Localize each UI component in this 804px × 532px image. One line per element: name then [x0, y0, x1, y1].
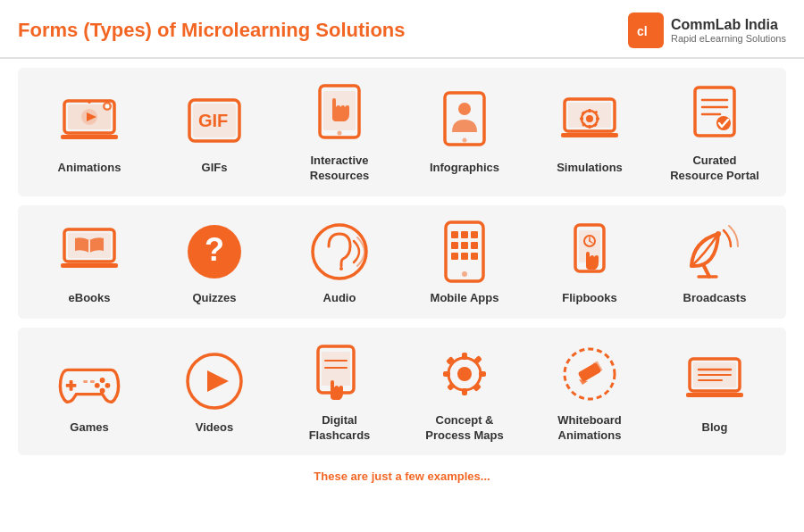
svg-text:GIF: GIF: [198, 111, 228, 130]
item-animations[interactable]: Animations: [36, 89, 143, 176]
svg-marker-72: [207, 370, 229, 392]
concept-label: Concept & Process Maps: [425, 413, 503, 444]
svg-rect-25: [580, 118, 583, 121]
interactive-label: Interactive Resources: [310, 154, 369, 184]
videos-label: Videos: [196, 420, 233, 436]
simulations-label: Simulations: [557, 161, 623, 176]
svg-rect-81: [443, 371, 450, 377]
logo-text: CommLab India Rapid eLearning Solutions: [671, 17, 786, 44]
simulations-icon: [557, 89, 622, 154]
svg-rect-38: [61, 263, 118, 268]
svg-rect-92: [686, 393, 743, 397]
item-videos[interactable]: Videos: [161, 349, 268, 436]
svg-rect-51: [451, 253, 458, 260]
curated-icon: [683, 82, 747, 146]
gifs-label: GIFs: [202, 161, 228, 176]
svg-point-8: [105, 104, 110, 109]
whiteboard-icon: [557, 342, 622, 406]
svg-rect-23: [589, 109, 591, 112]
svg-point-78: [457, 367, 472, 381]
item-flipbooks[interactable]: Flipbooks: [536, 220, 643, 306]
svg-rect-84: [473, 383, 482, 392]
animations-label: Animations: [58, 161, 121, 176]
svg-point-66: [105, 383, 111, 388]
svg-rect-46: [461, 231, 468, 238]
item-interactive[interactable]: Interactive Resources: [286, 82, 393, 184]
svg-point-68: [100, 388, 105, 394]
svg-rect-48: [451, 242, 458, 249]
svg-point-65: [100, 378, 105, 383]
svg-point-14: [338, 131, 342, 136]
svg-rect-52: [461, 253, 468, 260]
row-1: Animations GIF GIFs: [27, 82, 777, 184]
svg-rect-26: [596, 118, 599, 121]
item-curated[interactable]: Curated Resource Portal: [661, 82, 768, 184]
audio-icon: [307, 220, 372, 284]
footer-text: These are just a few examples...: [314, 470, 490, 483]
svg-rect-64: [66, 384, 77, 387]
svg-rect-80: [462, 388, 467, 395]
svg-rect-15: [445, 93, 484, 145]
svg-rect-53: [471, 253, 478, 260]
svg-rect-70: [90, 380, 95, 383]
item-blog[interactable]: Blog: [661, 349, 768, 436]
blog-label: Blog: [702, 420, 728, 436]
svg-rect-82: [479, 371, 486, 377]
svg-rect-79: [462, 353, 467, 360]
item-infographics[interactable]: Infographics: [411, 89, 518, 176]
item-concept[interactable]: Concept & Process Maps: [411, 342, 518, 444]
ebooks-icon: [57, 220, 121, 284]
row-3-section: Games Videos: [18, 328, 786, 456]
page-header: Forms (Types) of Microlearning Solutions…: [0, 0, 804, 59]
mobile-label: Mobile Apps: [431, 291, 499, 306]
logo-subtitle: Rapid eLearning Solutions: [671, 33, 786, 44]
flashcards-icon: [307, 342, 372, 406]
item-flashcards[interactable]: Digital Flashcards: [286, 342, 393, 444]
svg-rect-5: [61, 135, 118, 139]
gifs-icon: GIF: [182, 89, 247, 154]
item-games[interactable]: Games: [36, 349, 143, 436]
svg-point-62: [716, 231, 721, 237]
svg-text:?: ?: [205, 231, 224, 268]
quizzes-icon: ?: [182, 220, 247, 284]
broadcasts-label: Broadcasts: [683, 291, 747, 306]
flashcards-label: Digital Flashcards: [309, 413, 371, 444]
footer-note: These are just a few examples...: [0, 464, 804, 486]
blog-icon: [683, 349, 747, 413]
page-title: Forms (Types) of Microlearning Solutions: [18, 19, 406, 42]
svg-point-54: [462, 271, 467, 277]
flipbooks-label: Flipbooks: [562, 291, 616, 306]
item-mobile[interactable]: Mobile Apps: [411, 220, 518, 306]
mobile-icon: [432, 220, 497, 284]
item-ebooks[interactable]: eBooks: [36, 220, 143, 306]
curated-label: Curated Resource Portal: [670, 154, 759, 184]
svg-rect-49: [461, 242, 468, 249]
svg-point-22: [586, 115, 593, 122]
svg-point-67: [95, 383, 100, 388]
item-gifs[interactable]: GIF GIFs: [161, 89, 268, 176]
item-whiteboard[interactable]: Whiteboard Animations: [536, 342, 643, 444]
logo-icon: cl: [628, 12, 664, 48]
svg-point-17: [463, 138, 467, 143]
interactive-icon: [307, 82, 372, 146]
row-2: eBooks ? Quizzes: [27, 220, 777, 306]
games-label: Games: [70, 420, 108, 436]
item-broadcasts[interactable]: Broadcasts: [661, 220, 768, 306]
logo: cl CommLab India Rapid eLearning Solutio…: [628, 12, 786, 48]
svg-rect-45: [451, 231, 458, 238]
concept-icon: [432, 342, 497, 406]
flipbooks-icon: [557, 220, 622, 284]
videos-icon: [182, 349, 247, 413]
whiteboard-label: Whiteboard Animations: [557, 413, 622, 444]
item-quizzes[interactable]: ? Quizzes: [161, 220, 268, 306]
item-simulations[interactable]: Simulations: [536, 89, 643, 176]
svg-rect-85: [447, 382, 456, 391]
svg-point-16: [458, 103, 471, 115]
svg-point-6: [88, 101, 91, 104]
svg-rect-50: [471, 242, 478, 249]
item-audio[interactable]: Audio: [286, 220, 393, 306]
svg-text:cl: cl: [637, 24, 648, 38]
broadcasts-icon: [683, 220, 747, 284]
svg-rect-20: [561, 133, 618, 137]
infographics-label: Infographics: [430, 161, 499, 176]
